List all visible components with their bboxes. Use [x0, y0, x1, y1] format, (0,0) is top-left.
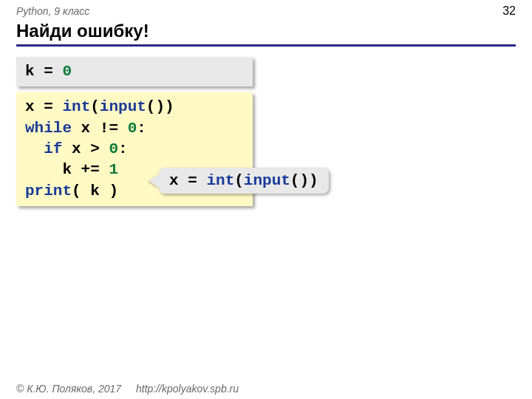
code-number: 0: [128, 120, 137, 137]
slide-title: Найди ошибку!: [16, 21, 516, 47]
code-text: ( k ): [72, 183, 118, 200]
code-keyword: input: [100, 98, 146, 115]
code-text: k =: [25, 63, 62, 80]
footer-url: http://kpolyakov.spb.ru: [136, 383, 239, 395]
code-keyword: input: [244, 172, 290, 189]
code-text: ()): [290, 172, 318, 189]
slide-footer: © К.Ю. Поляков, 2017 http://kpolyakov.sp…: [16, 383, 239, 395]
code-text: x =: [25, 98, 62, 115]
footer-author: © К.Ю. Поляков, 2017: [16, 383, 121, 395]
code-keyword: int: [62, 98, 90, 115]
code-keyword: print: [25, 183, 72, 200]
code-text: :: [118, 140, 128, 157]
code-number: 0: [109, 140, 118, 157]
slide-content: k = 0 x = int(input()) while x != 0: if …: [0, 50, 532, 214]
code-text: :: [137, 120, 146, 137]
code-box-init: k = 0: [16, 57, 253, 86]
code-text: x !=: [72, 120, 128, 137]
code-text: (: [90, 98, 100, 115]
code-text: ()): [146, 98, 174, 115]
code-text: x =: [169, 172, 206, 189]
code-number: 1: [109, 161, 118, 178]
code-keyword: if: [44, 140, 62, 157]
code-keyword: int: [206, 172, 234, 189]
page-number: 32: [502, 4, 516, 18]
course-label: Python, 9 класс: [16, 5, 89, 17]
code-text: k +=: [25, 161, 109, 178]
code-text: (: [234, 172, 244, 189]
code-number: 0: [62, 63, 72, 80]
slide-header: Python, 9 класс 32: [0, 0, 532, 19]
callout-bubble: x = int(input()): [159, 168, 329, 194]
code-text: [25, 140, 44, 157]
code-text: x >: [62, 140, 109, 157]
code-keyword: while: [25, 120, 72, 137]
